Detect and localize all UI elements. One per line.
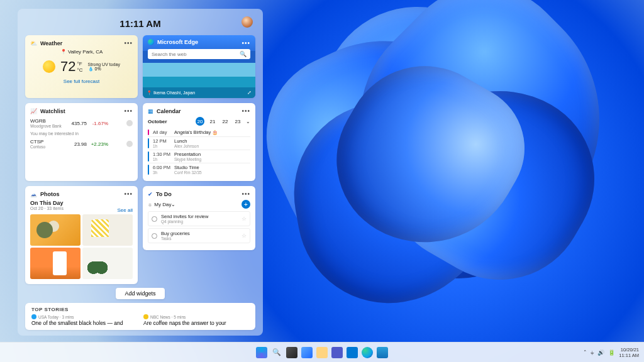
search-input[interactable]: Search the web🔍 bbox=[148, 49, 250, 59]
todo-list-name[interactable]: My Day bbox=[154, 202, 171, 207]
alert-icon[interactable] bbox=[126, 141, 133, 147]
volume-icon[interactable]: 🔊 bbox=[597, 349, 604, 356]
photos-icon: 🗻 bbox=[30, 191, 37, 197]
star-icon[interactable]: ☆ bbox=[242, 216, 247, 222]
top-stories: TOP STORIES USA Today · 3 minsOne of the… bbox=[25, 303, 255, 330]
search-button[interactable]: 🔍 bbox=[271, 347, 282, 358]
sun-icon bbox=[43, 60, 55, 73]
temperature: 72°F°C bbox=[60, 58, 82, 75]
more-icon[interactable]: ••• bbox=[124, 40, 133, 47]
edge-widget[interactable]: Microsoft Edge ••• Search the web🔍 📍 Ike… bbox=[143, 35, 255, 98]
add-widgets-button[interactable]: Add widgets bbox=[116, 288, 164, 299]
file-explorer-button[interactable] bbox=[316, 347, 328, 358]
task-item[interactable]: Send invites for reviewQ4 planning☆ bbox=[148, 211, 250, 226]
photos-widget[interactable]: 🗻Photos ••• On This Day Oct 20 · 33 item… bbox=[25, 186, 138, 284]
story-item[interactable]: NBC News · 5 minsAre coffee naps the ans… bbox=[143, 314, 249, 326]
cloud-icon: ⛅ bbox=[30, 40, 37, 47]
calendar-icon: ▦ bbox=[148, 108, 153, 114]
more-icon[interactable]: ••• bbox=[124, 107, 133, 114]
todo-title: To Do bbox=[156, 191, 172, 197]
weather-humidity: 💧 0% bbox=[88, 67, 120, 72]
edge-icon bbox=[148, 39, 154, 45]
stories-heading: TOP STORIES bbox=[31, 307, 249, 312]
taskbar-center: 🔍 bbox=[256, 347, 388, 358]
photos-subtitle: On This Day bbox=[30, 200, 133, 206]
mail-button[interactable] bbox=[347, 347, 358, 358]
weather-title: Weather bbox=[40, 40, 62, 47]
user-avatar[interactable] bbox=[242, 16, 253, 28]
date-picker[interactable]: October 20 21 22 23 ⌄ bbox=[148, 117, 250, 126]
panel-clock: 11:11 AM bbox=[119, 18, 160, 29]
calendar-event[interactable]: 1:30 PM1hPresentationSkype Meeting bbox=[148, 150, 250, 163]
wallpaper-bloom bbox=[239, 0, 641, 352]
stock-row[interactable]: WGRBWoodgrove Bank 435.75 -1.67% bbox=[30, 117, 133, 129]
teams-chat-button[interactable] bbox=[331, 347, 343, 358]
calendar-event[interactable]: 12 PM1hLunchAlex Johnson bbox=[148, 136, 250, 150]
task-checkbox[interactable] bbox=[152, 233, 157, 239]
stocks-icon: 📈 bbox=[30, 108, 37, 114]
task-view-button[interactable] bbox=[286, 347, 297, 358]
more-icon[interactable]: ••• bbox=[242, 107, 250, 114]
story-item[interactable]: USA Today · 3 minsOne of the smallest bl… bbox=[31, 314, 137, 326]
image-caption: 📍 Ikema Ohashi, Japan bbox=[147, 90, 195, 96]
photo-thumb[interactable] bbox=[82, 248, 133, 279]
star-icon[interactable]: ☆ bbox=[242, 233, 247, 239]
battery-icon[interactable]: 🔋 bbox=[608, 349, 615, 356]
more-icon[interactable]: ••• bbox=[242, 40, 250, 47]
calendar-title: Calendar bbox=[157, 108, 181, 114]
wifi-icon[interactable]: ⏚ bbox=[591, 349, 594, 356]
weather-location: Valley Park, CA bbox=[68, 49, 103, 55]
more-icon[interactable]: ••• bbox=[242, 190, 250, 197]
task-checkbox[interactable] bbox=[152, 216, 157, 222]
photo-grid bbox=[30, 214, 133, 279]
start-button[interactable] bbox=[256, 347, 267, 358]
widgets-button[interactable] bbox=[301, 347, 313, 358]
sun-outline-icon: ☼ bbox=[148, 202, 152, 207]
widgets-panel: 11:11 AM ⛅Weather ••• 📍 Valley Park, CA … bbox=[18, 9, 263, 336]
edge-title: Microsoft Edge bbox=[157, 39, 198, 45]
task-item[interactable]: Buy groceriesTasks☆ bbox=[148, 228, 250, 243]
stock-row[interactable]: CTSPContoso 23.98 +2.23% bbox=[30, 138, 133, 150]
chevron-down-icon[interactable]: ⌄ bbox=[246, 119, 250, 124]
expand-icon[interactable]: ⤢ bbox=[247, 90, 252, 96]
todo-widget[interactable]: ✔To Do ••• ☼ My Day ⌄ + Send invites for… bbox=[143, 186, 255, 250]
watchlist-title: Watchlist bbox=[40, 108, 65, 114]
calendar-event[interactable]: All dayAngela's Birthday 🎂 bbox=[148, 128, 250, 136]
photos-title: Photos bbox=[40, 191, 60, 197]
system-tray[interactable]: ˄ ⏚ 🔊 🔋 10/20/21 11:11 AM bbox=[584, 347, 639, 358]
calendar-widget[interactable]: ▦Calendar ••• October 20 21 22 23 ⌄ All … bbox=[143, 103, 255, 181]
location-pin-icon: 📍 bbox=[60, 49, 67, 55]
todo-icon: ✔ bbox=[148, 191, 153, 197]
add-task-button[interactable]: + bbox=[242, 200, 250, 209]
see-all-link[interactable]: See all bbox=[118, 207, 133, 213]
alert-icon[interactable] bbox=[126, 120, 133, 126]
desktop: 11:11 AM ⛅Weather ••• 📍 Valley Park, CA … bbox=[0, 0, 644, 362]
chevron-up-icon[interactable]: ˄ bbox=[584, 349, 587, 356]
photo-thumb[interactable] bbox=[30, 248, 80, 279]
search-icon: 🔍 bbox=[240, 51, 247, 57]
calendar-event[interactable]: 6:00 PM3hStudio TimeConf Rm 32/35 bbox=[148, 163, 250, 176]
clock-date[interactable]: 10/20/21 11:11 AM bbox=[619, 347, 639, 358]
photo-thumb[interactable] bbox=[30, 214, 80, 246]
more-icon[interactable]: ••• bbox=[124, 190, 133, 197]
taskbar: 🔍 ˄ ⏚ 🔊 🔋 10/20/21 11:11 AM bbox=[0, 342, 644, 362]
panel-header: 11:11 AM bbox=[25, 15, 255, 31]
edge-image: 📍 Ikema Ohashi, Japan ⤢ bbox=[143, 63, 255, 98]
weather-condition: Strong UV today bbox=[88, 62, 120, 67]
chevron-down-icon[interactable]: ⌄ bbox=[171, 202, 175, 207]
photo-thumb[interactable] bbox=[82, 214, 133, 246]
weather-widget[interactable]: ⛅Weather ••• 📍 Valley Park, CA 72°F°C St… bbox=[25, 35, 138, 98]
store-button[interactable] bbox=[377, 347, 388, 358]
interest-label: You may be interested in bbox=[30, 131, 133, 136]
watchlist-widget[interactable]: 📈Watchlist ••• WGRBWoodgrove Bank 435.75… bbox=[25, 103, 138, 181]
edge-button[interactable] bbox=[362, 347, 373, 358]
forecast-link[interactable]: See full forecast bbox=[30, 79, 133, 84]
